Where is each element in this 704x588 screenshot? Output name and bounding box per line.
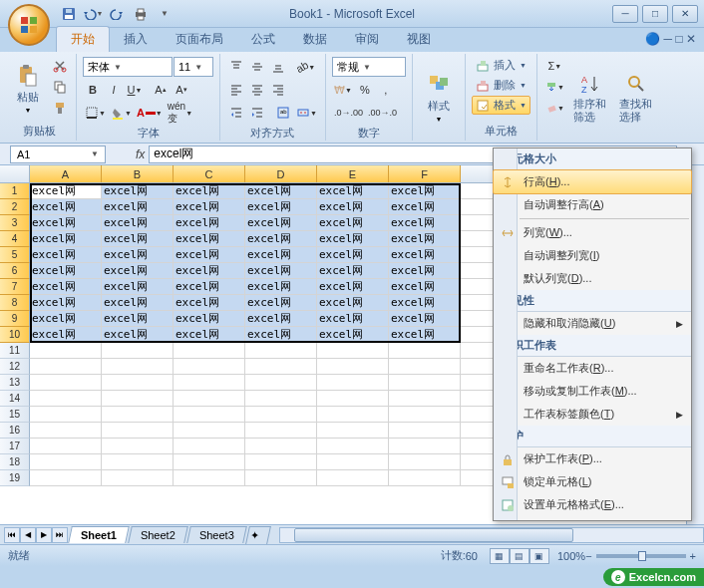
cell[interactable] bbox=[317, 391, 389, 407]
grow-font-button[interactable]: A▴ bbox=[151, 80, 171, 100]
zoom-slider[interactable] bbox=[596, 554, 686, 558]
cell[interactable] bbox=[389, 391, 461, 407]
cell[interactable]: excel网 bbox=[174, 295, 245, 311]
redo-button[interactable] bbox=[106, 3, 128, 25]
cell[interactable]: excel网 bbox=[102, 327, 174, 343]
row-header-11[interactable]: 11 bbox=[0, 343, 30, 359]
tab-data[interactable]: 数据 bbox=[289, 27, 341, 52]
wrap-text-button[interactable]: ab bbox=[273, 103, 293, 123]
cell[interactable]: excel网 bbox=[174, 279, 245, 295]
save-button[interactable] bbox=[58, 3, 80, 25]
menu-item[interactable]: 行高(H)... bbox=[493, 169, 692, 194]
row-header-4[interactable]: 4 bbox=[0, 231, 30, 247]
cell[interactable] bbox=[30, 423, 102, 439]
cell[interactable] bbox=[389, 470, 461, 486]
cell[interactable]: excel网 bbox=[30, 263, 102, 279]
cell[interactable]: excel网 bbox=[102, 199, 174, 215]
row-header-1[interactable]: 1 bbox=[0, 183, 30, 199]
row-header-12[interactable]: 12 bbox=[0, 359, 30, 375]
menu-item[interactable]: 默认列宽(D)... bbox=[494, 267, 691, 290]
align-left-button[interactable] bbox=[226, 80, 246, 100]
delete-cells-button[interactable]: 删除▼ bbox=[472, 76, 530, 95]
cell[interactable]: excel网 bbox=[317, 231, 389, 247]
cell[interactable] bbox=[317, 407, 389, 423]
row-header-15[interactable]: 15 bbox=[0, 407, 30, 423]
cell[interactable]: excel网 bbox=[245, 231, 317, 247]
cell[interactable]: excel网 bbox=[30, 231, 102, 247]
tab-insert[interactable]: 插入 bbox=[110, 27, 162, 52]
maximize-button[interactable]: □ bbox=[642, 5, 668, 23]
zoom-out-button[interactable]: − bbox=[585, 550, 591, 562]
format-painter-button[interactable] bbox=[50, 98, 70, 118]
cell[interactable]: excel网 bbox=[174, 183, 245, 199]
cell[interactable] bbox=[389, 423, 461, 439]
sheet-nav-last[interactable]: ⏭ bbox=[52, 527, 68, 543]
cell[interactable]: excel网 bbox=[102, 279, 174, 295]
format-cells-button[interactable]: 格式▼ bbox=[472, 96, 530, 115]
cell[interactable]: excel网 bbox=[174, 263, 245, 279]
qat-customize[interactable]: ▼ bbox=[154, 3, 176, 25]
row-header-2[interactable]: 2 bbox=[0, 199, 30, 215]
cell[interactable]: excel网 bbox=[317, 199, 389, 215]
menu-item[interactable]: 锁定单元格(L) bbox=[494, 470, 691, 493]
cell[interactable] bbox=[102, 423, 174, 439]
cell[interactable]: excel网 bbox=[245, 279, 317, 295]
increase-indent-button[interactable] bbox=[247, 103, 267, 123]
row-header-16[interactable]: 16 bbox=[0, 423, 30, 439]
cell[interactable]: excel网 bbox=[30, 183, 102, 199]
cell[interactable] bbox=[317, 454, 389, 470]
cell[interactable] bbox=[245, 439, 317, 454]
zoom-in-button[interactable]: + bbox=[690, 550, 696, 562]
cell[interactable]: excel网 bbox=[30, 199, 102, 215]
cell[interactable]: excel网 bbox=[389, 327, 461, 343]
row-header-14[interactable]: 14 bbox=[0, 391, 30, 407]
zoom-level[interactable]: 100% bbox=[557, 550, 585, 562]
border-button[interactable]: ▼ bbox=[83, 103, 108, 123]
cell[interactable] bbox=[389, 375, 461, 391]
row-header-8[interactable]: 8 bbox=[0, 295, 30, 311]
cell[interactable]: excel网 bbox=[30, 295, 102, 311]
tab-view[interactable]: 视图 bbox=[393, 27, 445, 52]
cell[interactable] bbox=[102, 407, 174, 423]
cell[interactable] bbox=[102, 359, 174, 375]
cell[interactable]: excel网 bbox=[245, 183, 317, 199]
cell[interactable] bbox=[102, 375, 174, 391]
cell[interactable]: excel网 bbox=[317, 327, 389, 343]
font-color-button[interactable]: A▼ bbox=[135, 103, 165, 123]
col-header-E[interactable]: E bbox=[317, 165, 389, 182]
align-top-button[interactable] bbox=[226, 57, 246, 77]
cell[interactable]: excel网 bbox=[389, 183, 461, 199]
cell[interactable]: excel网 bbox=[317, 215, 389, 231]
tab-review[interactable]: 审阅 bbox=[341, 27, 393, 52]
hscroll-thumb[interactable] bbox=[294, 528, 573, 542]
cell[interactable] bbox=[245, 375, 317, 391]
cell[interactable]: excel网 bbox=[174, 327, 245, 343]
office-button[interactable] bbox=[8, 4, 50, 46]
cell[interactable]: excel网 bbox=[317, 183, 389, 199]
cell[interactable] bbox=[174, 407, 245, 423]
cell[interactable] bbox=[317, 375, 389, 391]
styles-button[interactable]: 样式 ▼ bbox=[419, 56, 459, 139]
menu-item[interactable]: 隐藏和取消隐藏(U)▶ bbox=[494, 312, 691, 335]
cell[interactable]: excel网 bbox=[245, 263, 317, 279]
cell[interactable]: excel网 bbox=[317, 263, 389, 279]
cell[interactable]: excel网 bbox=[174, 231, 245, 247]
col-header-B[interactable]: B bbox=[102, 165, 174, 182]
cell[interactable]: excel网 bbox=[389, 263, 461, 279]
tab-page-layout[interactable]: 页面布局 bbox=[162, 27, 237, 52]
insert-cells-button[interactable]: 插入▼ bbox=[472, 56, 530, 75]
view-page-layout-button[interactable]: ▤ bbox=[510, 548, 529, 564]
shrink-font-button[interactable]: A▾ bbox=[172, 80, 191, 100]
cell[interactable]: excel网 bbox=[102, 295, 174, 311]
horizontal-scrollbar[interactable] bbox=[279, 527, 704, 543]
cell[interactable]: excel网 bbox=[30, 311, 102, 327]
menu-item[interactable]: 自动调整列宽(I) bbox=[494, 244, 691, 267]
cell[interactable] bbox=[30, 391, 102, 407]
row-header-18[interactable]: 18 bbox=[0, 454, 30, 470]
align-bottom-button[interactable] bbox=[268, 57, 288, 77]
help-icon[interactable]: 🔵 ─ □ ✕ bbox=[645, 32, 696, 46]
cell[interactable] bbox=[30, 407, 102, 423]
decrease-decimal-button[interactable]: .00→.0 bbox=[366, 103, 399, 123]
accounting-button[interactable]: ₩▼ bbox=[332, 80, 354, 100]
orientation-button[interactable]: ab▼ bbox=[294, 57, 317, 77]
